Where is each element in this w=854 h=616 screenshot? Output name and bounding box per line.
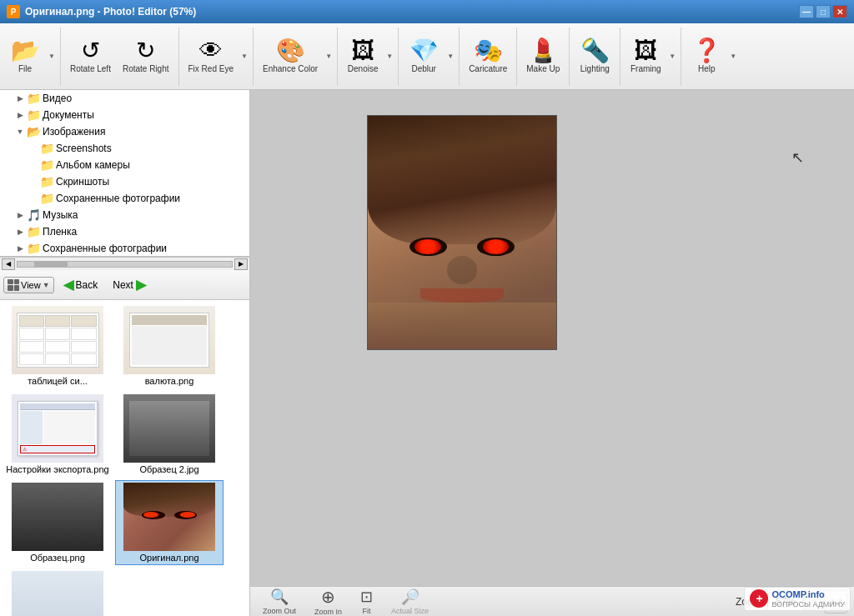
tree-view: ▶ 📁 Видео ▶ 📁 Документы ▼ 📂 Изображения … <box>0 90 249 257</box>
denoise-dropdown-arrow[interactable]: ▼ <box>384 28 394 86</box>
thumb-label-original: Оригинал.png <box>140 553 199 563</box>
hscroll-thumb[interactable] <box>34 262 68 267</box>
fix-red-eye-button[interactable]: 👁 Fix Red Eye <box>183 28 239 86</box>
caricature-icon: 🎭 <box>474 39 503 63</box>
canvas-viewport[interactable]: ↖ <box>250 90 854 586</box>
grid-cell-1 <box>8 279 13 285</box>
expander-images: ▼ <box>13 128 27 136</box>
rotate-left-button[interactable]: ↺ Rotate Left <box>64 28 117 86</box>
file-dropdown-arrow[interactable]: ▼ <box>47 28 57 86</box>
ocomp-logo-icon: + <box>750 589 768 608</box>
file-button-group: 📂 File ▼ <box>3 28 57 86</box>
tree-label-savedphotos: Сохраненные фотографии <box>41 243 167 254</box>
folder-icon-film: 📁 <box>27 225 41 238</box>
thumb-row-3 <box>3 568 246 616</box>
make-up-button[interactable]: 💄 Make Up <box>520 28 565 86</box>
help-icon: ❓ <box>692 39 721 63</box>
tree-item-camera[interactable]: 📁 Альбом камеры <box>0 157 249 173</box>
thumb-label-tableси: таблицей си... <box>28 376 88 386</box>
view-button[interactable]: View ▼ <box>3 277 54 293</box>
file-button[interactable]: 📂 File <box>3 28 47 86</box>
close-button[interactable]: ✕ <box>832 5 847 18</box>
framing-button-group: 🖼 Framing ▼ <box>624 28 677 86</box>
rotate-right-icon: ↻ <box>136 39 155 63</box>
fix-red-eye-dropdown-arrow[interactable]: ▼ <box>239 28 249 86</box>
tree-item-saved[interactable]: 📁 Сохраненные фотографии <box>0 190 249 207</box>
framing-button[interactable]: 🖼 Framing <box>624 28 667 86</box>
grid-cell-3 <box>8 285 13 291</box>
actual-size-label: Actual Size <box>391 607 429 615</box>
tree-item-music[interactable]: ▶ 🎵 Музыка <box>0 207 249 223</box>
settings-preview: ⚠ <box>12 394 103 463</box>
deblur-button[interactable]: 💎 Deblur <box>402 28 445 86</box>
thumb-label-sample2: Образец 2.jpg <box>139 464 198 474</box>
right-eye <box>477 238 515 256</box>
tree-scroll[interactable]: ▶ 📁 Видео ▶ 📁 Документы ▼ 📂 Изображения … <box>0 90 249 256</box>
help-button[interactable]: ❓ Help <box>685 28 728 86</box>
hscroll-track[interactable] <box>17 261 233 268</box>
thumb-item-settings[interactable]: ⚠ Настройки экспорта.png <box>3 392 112 477</box>
rotate-left-icon: ↺ <box>81 39 100 63</box>
portrait-face <box>368 116 556 349</box>
lighting-button[interactable]: 🔦 Lighting <box>573 28 616 86</box>
thumb-img-extra1 <box>12 571 103 616</box>
zoom-in-button[interactable]: ⊕ Zoom In <box>309 584 348 616</box>
back-button[interactable]: ◀ Back <box>58 273 104 296</box>
rotate-right-button[interactable]: ↻ Rotate Right <box>117 28 175 86</box>
tree-label-video: Видео <box>41 93 72 104</box>
hscroll-right-btn[interactable]: ▶ <box>234 258 248 270</box>
enhance-color-group: 🎨 Enhance Color ▼ <box>257 28 338 86</box>
extra1-preview <box>12 571 103 616</box>
tree-item-docs[interactable]: ▶ 📁 Документы <box>0 107 249 123</box>
tree-label-saved: Сохраненные фотографии <box>54 193 180 204</box>
valyuta-preview <box>123 306 215 374</box>
minimize-button[interactable]: — <box>799 5 814 18</box>
help-button-group: ❓ Help ▼ <box>685 28 738 86</box>
tree-item-scrshots[interactable]: 📁 Скриншоты <box>0 173 249 190</box>
maximize-button[interactable]: □ <box>816 5 831 18</box>
main-area: ▶ 📁 Видео ▶ 📁 Документы ▼ 📂 Изображения … <box>0 90 854 616</box>
thumb-item-sample[interactable]: Образец.png <box>3 480 112 565</box>
folder-icon-savedphotos: 📁 <box>27 242 41 255</box>
thumb-item-sample2[interactable]: Образец 2.jpg <box>115 392 224 477</box>
denoise-button[interactable]: 🖼 Denoise <box>341 28 384 86</box>
tree-label-images: Изображения <box>41 126 105 138</box>
tree-label-screenshots: Screenshots <box>54 143 112 154</box>
enhance-color-button-group: 🎨 Enhance Color ▼ <box>257 28 334 86</box>
thumb-table-preview <box>12 306 103 374</box>
tree-item-screenshots[interactable]: 📁 Screenshots <box>0 140 249 157</box>
thumb-item-original[interactable]: Оригинал.png <box>115 480 224 565</box>
hscroll-left-btn[interactable]: ◀ <box>2 258 15 270</box>
music-icon: 🎵 <box>27 208 41 222</box>
framing-dropdown-arrow[interactable]: ▼ <box>667 28 677 86</box>
tree-horizontal-scrollbar[interactable]: ◀ ▶ <box>0 257 249 270</box>
tree-item-images[interactable]: ▼ 📂 Изображения <box>0 123 249 140</box>
help-dropdown-arrow[interactable]: ▼ <box>728 28 738 86</box>
actual-size-icon: 🔎 <box>401 588 419 606</box>
next-button[interactable]: Next ▶ <box>107 273 152 296</box>
view-dropdown-arrow: ▼ <box>43 281 50 289</box>
thumb-item-tableси[interactable]: таблицей си... <box>3 303 112 388</box>
caricature-button[interactable]: 🎭 Caricature <box>463 28 513 86</box>
tree-label-music: Музыка <box>41 209 78 221</box>
grid-icon <box>8 279 19 291</box>
tree-item-film[interactable]: ▶ 📁 Пленка <box>0 223 249 240</box>
thumb-label-valyuta: валюта.png <box>145 376 194 386</box>
thumb-item-valyuta[interactable]: валюта.png <box>115 303 224 388</box>
actual-size-button[interactable]: 🔎 Actual Size <box>385 585 435 616</box>
back-label: Back <box>76 279 98 291</box>
fit-button[interactable]: ⊡ Fit <box>354 585 379 616</box>
lighting-icon: 🔦 <box>580 39 610 63</box>
zoom-out-button[interactable]: 🔍 Zoom Out <box>257 585 302 616</box>
thumb-img-tableси <box>12 306 103 374</box>
tree-item-video[interactable]: ▶ 📁 Видео <box>0 90 249 107</box>
tree-item-savedphotos[interactable]: ▶ 📁 Сохраненные фотографии <box>0 240 249 256</box>
enhance-color-dropdown-arrow[interactable]: ▼ <box>324 28 334 86</box>
thumb-img-sample <box>12 483 103 551</box>
enhance-color-button[interactable]: 🎨 Enhance Color <box>257 28 324 86</box>
thumb-item-extra1[interactable] <box>3 568 112 616</box>
deblur-dropdown-arrow[interactable]: ▼ <box>445 28 455 86</box>
zoom-out-icon: 🔍 <box>270 588 289 606</box>
zoom-in-icon: ⊕ <box>321 587 335 607</box>
app-icon: P <box>7 5 20 18</box>
